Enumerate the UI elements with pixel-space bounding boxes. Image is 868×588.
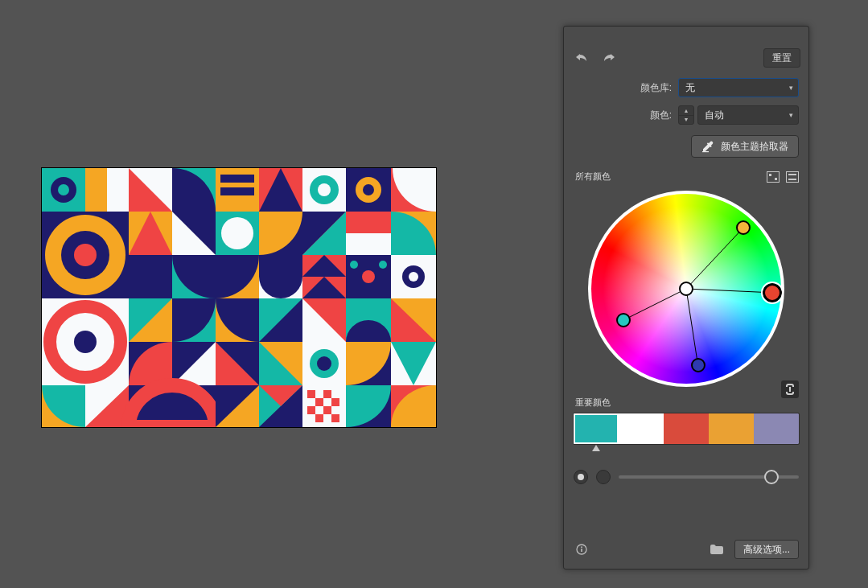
panel-footer: 高级选项...	[564, 533, 808, 569]
svg-point-74	[317, 356, 331, 371]
redo-button[interactable]	[601, 51, 617, 65]
wheel-node-0[interactable]	[679, 282, 693, 296]
svg-point-4	[58, 184, 69, 195]
select-color-library[interactable]: 无 ▾	[678, 78, 799, 97]
svg-rect-94	[315, 414, 323, 422]
reset-button-label: 重置	[772, 51, 792, 65]
svg-point-31	[221, 217, 253, 249]
label-color-library: 颜色库:	[574, 81, 673, 95]
geometric-pattern-svg	[42, 168, 436, 427]
chevron-down-icon: ▾	[789, 111, 793, 119]
wheel-node-3[interactable]	[616, 313, 631, 327]
recolor-artwork-panel: 重置 颜色库: 无 ▾ 颜色: ▲ ▼ 自动 ▾ 颜色主题拾取器 所有	[563, 26, 809, 569]
stepper-up-icon[interactable]: ▲	[679, 106, 693, 116]
svg-rect-37	[346, 212, 391, 233]
select-color-library-value: 无	[685, 81, 695, 95]
svg-line-100	[686, 289, 698, 365]
svg-point-49	[350, 261, 358, 269]
svg-rect-91	[331, 398, 339, 406]
swatch-1[interactable]	[619, 413, 664, 444]
chevron-down-icon: ▾	[789, 84, 793, 92]
svg-point-17	[318, 183, 331, 196]
row-color-library: 颜色库: 无 ▾	[564, 74, 808, 101]
select-color-mode-value: 自动	[705, 109, 724, 122]
info-button[interactable]	[574, 542, 590, 557]
swatch-3[interactable]	[709, 413, 754, 444]
advanced-options-label: 高级选项...	[743, 543, 790, 557]
undo-button[interactable]	[574, 51, 590, 65]
eyedropper-icon	[701, 140, 714, 153]
svg-rect-11	[220, 175, 254, 183]
svg-line-99	[686, 228, 743, 289]
color-wheel[interactable]	[588, 191, 784, 387]
svg-point-47	[362, 270, 375, 283]
key-color-swatches	[574, 413, 799, 444]
svg-rect-92	[307, 406, 315, 414]
svg-rect-105	[581, 546, 582, 548]
row-color: 颜色: ▲ ▼ 自动 ▾	[564, 101, 808, 129]
section-all-colors: 所有颜色	[564, 162, 808, 186]
section-all-colors-label: 所有颜色	[575, 171, 611, 183]
svg-point-48	[379, 261, 387, 269]
wheel-node-1[interactable]	[736, 220, 751, 235]
wheel-view-segmented-icon[interactable]	[786, 171, 799, 183]
svg-rect-39	[129, 255, 172, 298]
swatch-pointer-row	[574, 447, 799, 455]
radio-saturation[interactable]	[574, 470, 588, 484]
slider-knob[interactable]	[764, 470, 779, 484]
link-icon	[785, 384, 795, 395]
svg-point-55	[74, 331, 97, 353]
color-theme-picker-button[interactable]: 颜色主题拾取器	[691, 135, 799, 158]
svg-point-25	[74, 244, 97, 266]
reset-button[interactable]: 重置	[763, 48, 800, 68]
label-color: 颜色:	[574, 109, 673, 122]
save-group-button[interactable]	[709, 542, 725, 557]
color-count-stepper[interactable]: ▲ ▼	[678, 105, 694, 125]
swatch-pointer-icon[interactable]	[592, 445, 600, 451]
svg-rect-6	[85, 168, 107, 212]
section-key-colors-label: 重要颜色	[564, 390, 808, 412]
svg-rect-90	[315, 398, 323, 406]
svg-rect-12	[220, 187, 254, 195]
svg-rect-95	[331, 414, 339, 422]
canvas-artwork[interactable]	[42, 168, 436, 427]
svg-line-101	[623, 289, 686, 320]
svg-point-52	[409, 272, 418, 282]
svg-line-102	[686, 289, 772, 293]
wheel-node-2[interactable]	[691, 358, 706, 372]
wheel-node-4[interactable]	[763, 283, 782, 302]
panel-toolbar: 重置	[564, 43, 808, 74]
select-color-mode[interactable]: 自动 ▾	[697, 105, 799, 125]
stepper-down-icon[interactable]: ▼	[679, 116, 693, 125]
swatch-2[interactable]	[664, 413, 709, 444]
wheel-view-smooth-icon[interactable]	[767, 171, 780, 183]
svg-rect-98	[702, 151, 709, 152]
swatch-4[interactable]	[754, 413, 799, 444]
link-harmony-button[interactable]	[781, 380, 799, 398]
svg-rect-88	[307, 390, 315, 398]
svg-rect-89	[323, 390, 331, 398]
adjust-slider-row	[564, 455, 808, 494]
adjust-slider[interactable]	[619, 475, 799, 479]
svg-rect-93	[323, 406, 331, 414]
svg-point-20	[363, 184, 374, 195]
swatch-0[interactable]	[574, 413, 619, 444]
radio-brightness[interactable]	[596, 470, 611, 484]
panel-tab-title	[564, 27, 808, 43]
svg-rect-104	[581, 549, 582, 552]
color-theme-picker-label: 颜色主题拾取器	[721, 140, 788, 154]
advanced-options-button[interactable]: 高级选项...	[734, 540, 799, 559]
